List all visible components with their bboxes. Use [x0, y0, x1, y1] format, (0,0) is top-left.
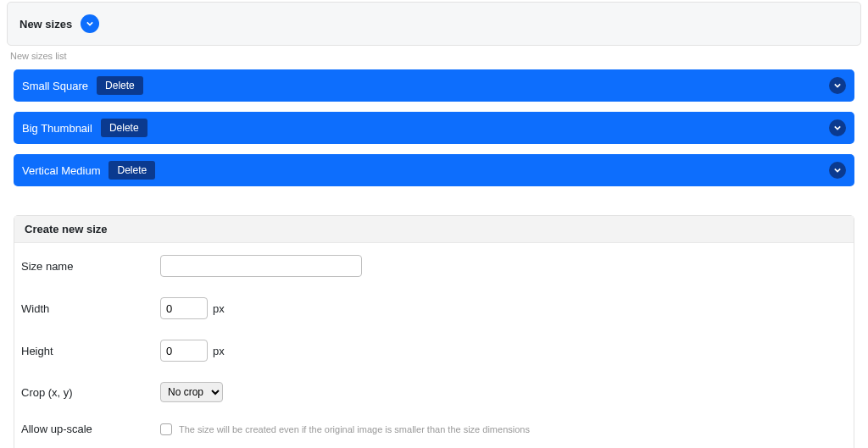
chevron-down-icon	[834, 82, 841, 89]
sizes-list: Small Square Delete Big Thumbnail Delete…	[14, 69, 854, 186]
row-crop: Crop (x, y) No crop	[21, 382, 847, 423]
size-name: Vertical Medium	[22, 164, 100, 177]
chevron-down-icon	[834, 167, 841, 174]
new-sizes-card: New sizes	[7, 2, 861, 46]
height-input[interactable]	[160, 340, 208, 362]
sizes-list-label: New sizes list	[10, 51, 868, 61]
create-body: Size name Width px Height px Crop (x, y)…	[14, 243, 854, 448]
width-label: Width	[21, 302, 160, 315]
upscale-checkbox[interactable]	[160, 423, 172, 435]
size-name: Big Thumbnail	[22, 122, 92, 135]
upscale-help-text: The size will be created even if the ori…	[179, 424, 530, 434]
collapse-toggle-button[interactable]	[81, 14, 99, 33]
create-header: Create new size	[14, 216, 854, 243]
height-label: Height	[21, 345, 160, 357]
size-name: Small Square	[22, 80, 88, 92]
create-new-size-card: Create new size Size name Width px Heigh…	[14, 215, 854, 448]
row-upscale: Allow up-scale The size will be created …	[21, 423, 847, 448]
chevron-down-icon	[834, 124, 841, 131]
size-row-small-square[interactable]: Small Square Delete	[14, 69, 854, 102]
crop-select[interactable]: No crop	[160, 382, 223, 402]
chevron-down-icon	[86, 20, 93, 27]
crop-label: Crop (x, y)	[21, 386, 160, 399]
expand-row-button[interactable]	[829, 77, 846, 94]
upscale-label: Allow up-scale	[21, 423, 160, 435]
row-height: Height px	[21, 340, 847, 382]
row-size-name: Size name	[21, 255, 847, 297]
size-name-input[interactable]	[160, 255, 362, 277]
delete-button[interactable]: Delete	[108, 161, 155, 180]
size-row-vertical-medium[interactable]: Vertical Medium Delete	[14, 154, 854, 186]
height-unit: px	[213, 345, 225, 357]
delete-button[interactable]: Delete	[101, 119, 147, 137]
delete-button[interactable]: Delete	[97, 76, 143, 95]
row-width: Width px	[21, 297, 847, 340]
width-input[interactable]	[160, 297, 208, 319]
expand-row-button[interactable]	[829, 119, 846, 136]
size-name-label: Size name	[21, 260, 160, 273]
width-unit: px	[213, 302, 225, 315]
page-title: New sizes	[19, 18, 72, 30]
new-sizes-header: New sizes	[8, 3, 860, 45]
expand-row-button[interactable]	[829, 162, 846, 179]
size-row-big-thumbnail[interactable]: Big Thumbnail Delete	[14, 112, 854, 144]
